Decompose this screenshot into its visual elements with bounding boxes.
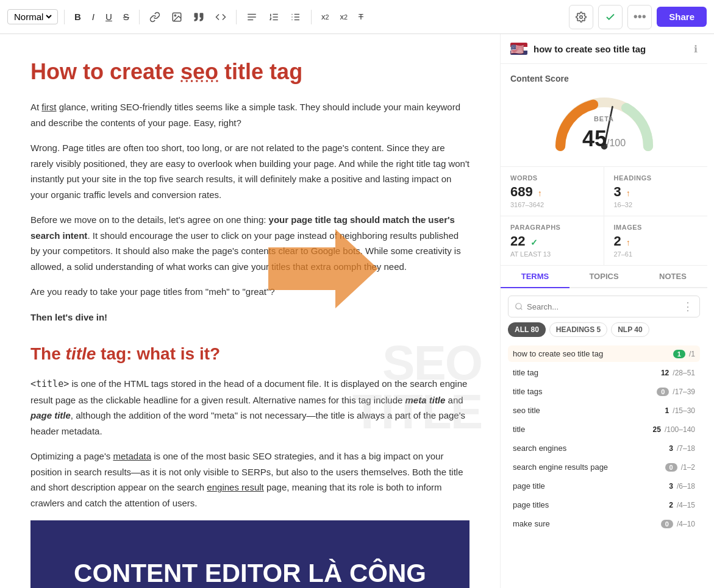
- title-seo: seo: [180, 59, 218, 84]
- settings-button[interactable]: [569, 5, 593, 29]
- article-body2: Optimizing a page's metadata is one of t…: [30, 448, 469, 511]
- terms-list: how to create seo title tag 1 /1 title t…: [501, 342, 707, 537]
- filter-nlp-count: 40: [634, 325, 642, 334]
- quote-button[interactable]: [190, 9, 208, 25]
- banner-line1: CONTENT EDITOR LÀ CÔNG CỤ GIÚP TỐI ƯU: [55, 557, 445, 588]
- clear-format-button[interactable]: T: [355, 10, 367, 24]
- sidebar-search-box: ⋮: [508, 296, 700, 317]
- list-item[interactable]: make sure 0 /4–10: [508, 515, 700, 532]
- score-number: 45: [582, 126, 607, 151]
- stat-headings: HEADINGS 3 ↑ 16–32: [604, 167, 708, 216]
- unordered-list-button[interactable]: [287, 9, 305, 25]
- term-count: 25: [653, 425, 661, 434]
- filter-nlp-pill[interactable]: NLP 40: [611, 322, 649, 337]
- strike-button[interactable]: S: [120, 9, 133, 24]
- stat-words: WORDS 689 ↑ 3167–3642: [501, 167, 604, 216]
- sidebar-keyword: how to create seo title tag: [534, 44, 688, 54]
- gauge-chart: BETA 45/100: [549, 91, 659, 152]
- more-button[interactable]: •••: [627, 5, 652, 29]
- list-item[interactable]: title tag 12 /28–51: [508, 364, 700, 381]
- first-link[interactable]: first: [41, 102, 56, 112]
- term-range: /4–15: [677, 501, 695, 509]
- svg-point-13: [291, 19, 293, 20]
- superscript-button[interactable]: x2: [336, 10, 351, 24]
- list-item[interactable]: how to create seo title tag 1 /1: [508, 345, 700, 362]
- check-button[interactable]: [598, 5, 623, 29]
- term-range: /100–140: [665, 425, 695, 434]
- toolbar-divider-3: [236, 10, 237, 24]
- term-range: /1: [689, 350, 695, 358]
- list-item[interactable]: search engine results page 0 /1–2: [508, 459, 700, 475]
- metadata-link[interactable]: metadata: [113, 451, 151, 461]
- stat-images-value: 2 ↑: [614, 233, 698, 249]
- page-title-bold: page title: [30, 410, 71, 420]
- filter-headings-pill[interactable]: HEADINGS 5: [549, 322, 607, 337]
- svg-point-18: [516, 303, 521, 309]
- title-code-tag: <title>: [30, 378, 69, 389]
- italic-button[interactable]: I: [88, 9, 98, 24]
- stat-paragraphs-sub: AT LEAST 13: [510, 250, 594, 258]
- format-select[interactable]: Normal: [12, 11, 54, 23]
- article-intro1: At first glance, writing SEO-friendly ti…: [30, 99, 469, 130]
- svg-point-14: [580, 15, 583, 18]
- list-item[interactable]: web page 0 /5–17: [508, 534, 700, 537]
- term-text: how to create seo title tag: [513, 349, 668, 358]
- term-stats: 3 /7–18: [669, 444, 695, 453]
- term-badge: 0: [657, 388, 669, 396]
- stat-paragraphs-value: 22 ✓: [510, 233, 594, 249]
- image-button[interactable]: [168, 9, 186, 25]
- term-text: make sure: [513, 519, 656, 528]
- stat-words-sub: 3167–3642: [510, 201, 594, 208]
- words-trend: ↑: [538, 188, 542, 198]
- article-intro4: Are you ready to take your page titles f…: [30, 284, 469, 300]
- tab-notes[interactable]: NOTES: [638, 266, 707, 288]
- term-stats: 0 /1–2: [665, 463, 695, 472]
- term-range: /4–10: [677, 520, 695, 528]
- term-stats: 3 /6–18: [669, 482, 695, 491]
- list-item[interactable]: title tags 0 /17–39: [508, 383, 700, 400]
- gauge-score: 45/100: [582, 126, 626, 152]
- format-select-wrap[interactable]: Normal: [7, 9, 58, 24]
- engines-result-link[interactable]: engines result: [207, 482, 263, 492]
- term-badge: 0: [661, 520, 673, 528]
- tab-terms[interactable]: TERMS: [501, 266, 569, 288]
- underline-button[interactable]: U: [102, 9, 116, 24]
- filter-all-pill[interactable]: ALL 80: [508, 322, 546, 337]
- article-title: How to create seo title tag: [30, 58, 469, 85]
- list-item[interactable]: page title 3 /6–18: [508, 478, 700, 494]
- filter-headings-count: 5: [597, 325, 601, 334]
- svg-line-19: [521, 308, 523, 310]
- term-count: 1: [665, 406, 669, 415]
- link-button[interactable]: [146, 9, 164, 25]
- list-item[interactable]: title 25 /100–140: [508, 421, 700, 437]
- list-item[interactable]: page titles 2 /4–15: [508, 497, 700, 513]
- svg-point-11: [291, 13, 293, 15]
- content-score-title: Content Score: [510, 74, 698, 83]
- subscript-button[interactable]: x2: [318, 10, 333, 24]
- term-badge: 1: [673, 350, 685, 358]
- toolbar-divider-4: [311, 10, 312, 24]
- term-stats: 1 /15–30: [665, 406, 695, 415]
- align-button[interactable]: [243, 9, 261, 25]
- stat-headings-label: HEADINGS: [614, 174, 698, 182]
- share-button[interactable]: Share: [657, 7, 707, 27]
- term-text: search engine results page: [513, 462, 660, 472]
- search-options-icon[interactable]: ⋮: [682, 300, 693, 313]
- search-input[interactable]: [527, 302, 679, 311]
- section-heading-italic: title: [66, 344, 96, 363]
- article-intro2: Wrong. Page titles are often too short, …: [30, 140, 469, 202]
- bold-button[interactable]: B: [71, 9, 85, 24]
- tab-topics[interactable]: TOPICS: [569, 266, 638, 288]
- info-icon[interactable]: ℹ: [694, 43, 698, 55]
- toolbar-divider-1: [64, 10, 65, 24]
- filter-all-label: ALL: [515, 325, 529, 334]
- ordered-list-button[interactable]: [265, 9, 283, 25]
- title-part1: How to create: [30, 59, 180, 84]
- article-intro3: Before we move on to the details, let's …: [30, 212, 469, 274]
- term-text: title tag: [513, 368, 656, 377]
- term-stats: 25 /100–140: [653, 425, 695, 434]
- term-count: 2: [669, 501, 673, 509]
- code-button[interactable]: [212, 9, 230, 25]
- list-item[interactable]: seo title 1 /15–30: [508, 402, 700, 419]
- list-item[interactable]: search engines 3 /7–18: [508, 440, 700, 456]
